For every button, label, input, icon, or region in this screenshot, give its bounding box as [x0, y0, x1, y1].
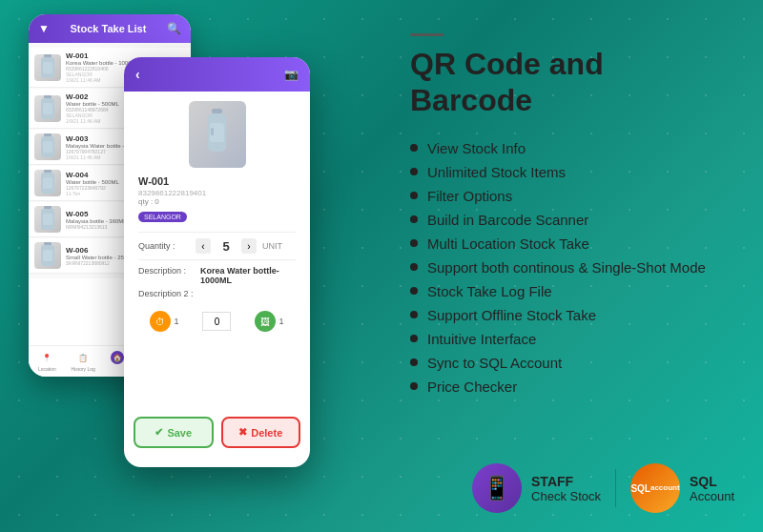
left-section: ▼ Stock Take List 🔍 W-001 Korea Water bo… [0, 0, 382, 532]
bullet-point [410, 335, 418, 342]
bottom-badges: 📱 STAFF Check Stock SQLaccount SQL Accou… [472, 463, 734, 513]
svg-rect-15 [44, 242, 52, 245]
camera-icon[interactable]: 📷 [284, 68, 299, 81]
svg-rect-0 [44, 54, 52, 57]
quantity-label: Quantity : [138, 241, 196, 251]
feature-text: Support both continous & Single-Shot Mod… [427, 259, 706, 276]
divider2 [138, 259, 296, 260]
feature-item: Support Offline Stock Take [410, 307, 730, 323]
description-value: Korea Water bottle- 1000ML [200, 266, 296, 285]
svg-rect-18 [212, 109, 222, 113]
image-icon: 🖼 [255, 311, 276, 332]
feature-list: View Stock InfoUnlimited Stock ItemsFilt… [410, 140, 730, 395]
feature-item: View Stock Info [410, 140, 730, 156]
check-icon: ✔ [155, 426, 163, 439]
phone1-header: ▼ Stock Take List 🔍 [29, 14, 191, 43]
footer-main[interactable]: 🏠 [111, 351, 124, 372]
bullet-point [410, 144, 418, 152]
description2-row: Description 2 : [138, 289, 296, 298]
stock-item-image [34, 206, 61, 233]
section-line [410, 33, 443, 36]
phone2: ‹ 📷 W-001 8329861222819401 qty : 0 SELAN… [124, 57, 310, 467]
save-button[interactable]: ✔ Save [134, 417, 214, 448]
bullet-point [410, 239, 418, 247]
feature-item: Sync to SQL Account [410, 355, 730, 371]
feature-text: Support Offline Stock Take [427, 307, 596, 323]
svg-rect-12 [44, 206, 52, 209]
icon2-input[interactable] [202, 312, 231, 331]
staff-sub-label: Check Stock [531, 489, 601, 503]
bullet-point [410, 382, 418, 390]
phone2-header: ‹ 📷 [124, 57, 310, 92]
svg-rect-17 [43, 250, 52, 261]
badge-staff-text: STAFF Check Stock [531, 474, 601, 503]
sql-sub-label: Account [690, 489, 734, 503]
delete-button[interactable]: ✖ Delete [221, 417, 301, 448]
badge-staff: 📱 STAFF Check Stock [472, 463, 601, 513]
main-title: QR Code and Barcode [410, 46, 730, 119]
divider1 [138, 232, 296, 233]
qty-decrement-button[interactable]: ‹ [196, 238, 211, 254]
stock-item-image [34, 54, 61, 81]
right-section: QR Code and Barcode View Stock InfoUnlim… [382, 0, 763, 532]
bullet-point [410, 287, 418, 295]
phone2-actions: ✔ Save ✖ Delete [124, 409, 310, 456]
qty-increment-button[interactable]: › [241, 238, 257, 254]
sql-main-label: SQL [690, 474, 734, 489]
feature-item: Filter Options [410, 188, 730, 204]
quantity-unit: UNIT [262, 241, 282, 251]
bullet-point [410, 358, 418, 366]
feature-text: Unlimited Stock Items [427, 164, 566, 180]
icon-block-2 [202, 311, 231, 332]
clock-icon: ⏱ [150, 311, 171, 332]
svg-rect-21 [211, 128, 214, 135]
feature-item: Unlimited Stock Items [410, 164, 730, 180]
search-icon[interactable]: 🔍 [167, 22, 181, 35]
svg-rect-8 [43, 141, 52, 153]
svg-rect-14 [43, 214, 52, 225]
staff-icon: 📱 [472, 463, 522, 513]
product-code: W-001 [138, 175, 296, 187]
badge-sql-text: SQL Account [690, 474, 734, 503]
feature-item: Price Checker [410, 379, 730, 395]
badge-divider [615, 469, 616, 507]
feature-item: Build in Barcode Scanner [410, 212, 730, 228]
feature-text: Stock Take Log File [427, 283, 552, 299]
filter-icon: ▼ [38, 22, 50, 35]
svg-rect-11 [43, 177, 52, 189]
staff-main-label: STAFF [531, 474, 601, 489]
feature-text: Multi Location Stock Take [427, 235, 589, 252]
description-row: Description : Korea Water bottle- 1000ML [138, 266, 296, 285]
bullet-point [410, 311, 418, 318]
feature-text: View Stock Info [427, 140, 526, 156]
icon3-value: 1 [278, 317, 283, 326]
svg-rect-2 [43, 62, 52, 73]
phone2-body: W-001 8329861222819401 qty : 0 SELANGOR … [124, 92, 310, 349]
product-barcode: 8329861222819401 [138, 189, 296, 197]
feature-item: Stock Take Log File [410, 283, 730, 299]
bullet-point [410, 215, 418, 223]
bullet-point [410, 192, 418, 199]
product-image [189, 101, 246, 168]
feature-text: Intuitive Interface [427, 331, 536, 347]
phone2-icons-row: ⏱ 1 🖼 1 [134, 303, 300, 339]
qty-small-label: qty : 0 [138, 197, 296, 206]
x-icon: ✖ [238, 426, 247, 439]
history-icon: 📋 [76, 351, 90, 364]
feature-text: Sync to SQL Account [427, 355, 562, 371]
svg-rect-6 [44, 133, 52, 136]
description-label: Description : [138, 266, 200, 276]
icon-block-3: 🖼 1 [255, 311, 283, 332]
quantity-controls: ‹ 5 › UNIT [196, 238, 282, 254]
feature-item: Intuitive Interface [410, 331, 730, 347]
back-icon[interactable]: ‹ [135, 67, 140, 82]
footer-historylog[interactable]: 📋 History Log [72, 351, 95, 372]
icon1-value: 1 [174, 317, 178, 326]
quantity-value: 5 [217, 239, 236, 254]
feature-item: Multi Location Stock Take [410, 235, 730, 252]
svg-rect-9 [44, 170, 52, 173]
footer-location[interactable]: 📍 Location [38, 351, 56, 372]
stock-item-image [34, 95, 61, 122]
svg-rect-3 [44, 95, 52, 98]
bullet-point [410, 168, 418, 175]
